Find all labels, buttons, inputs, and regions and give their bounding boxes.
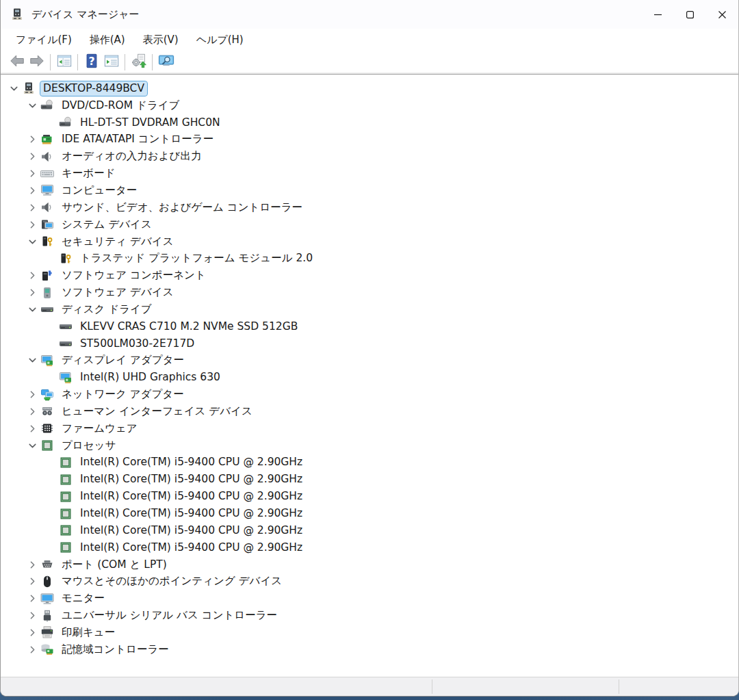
- chevron-right-icon[interactable]: [25, 133, 40, 146]
- chevron-right-icon[interactable]: [25, 575, 40, 588]
- chevron-right-icon[interactable]: [25, 422, 40, 435]
- chevron-right-icon[interactable]: [25, 200, 40, 214]
- tree-item[interactable]: ヒューマン インターフェイス デバイス: [1, 403, 738, 420]
- tree-item[interactable]: キーボード: [1, 165, 738, 182]
- tree-item[interactable]: ユニバーサル シリアル バス コントローラー: [1, 607, 738, 624]
- console-tree-icon: [56, 53, 73, 72]
- tree-item[interactable]: DESKTOP-8449BCV: [1, 80, 738, 97]
- network-adapter-icon: [40, 388, 54, 402]
- tree-item-label: DVD/CD-ROM ドライブ: [59, 99, 183, 113]
- chevron-right-icon[interactable]: [25, 286, 40, 300]
- tree-item[interactable]: Intel(R) Core(TM) i5-9400 CPU @ 2.90GHz: [1, 471, 738, 488]
- close-button[interactable]: [706, 0, 738, 29]
- minimize-button[interactable]: [642, 0, 674, 29]
- chevron-right-icon[interactable]: [25, 404, 40, 418]
- tree-item[interactable]: システム デバイス: [1, 216, 738, 233]
- tree-item[interactable]: プロセッサ: [1, 437, 738, 454]
- svg-text:?: ?: [88, 55, 94, 68]
- help-icon: ?: [83, 53, 100, 72]
- menu-item-view[interactable]: 表示(V): [134, 31, 187, 49]
- menu-item-help[interactable]: ヘルプ(H): [187, 31, 252, 49]
- properties-icon: [103, 53, 120, 72]
- tree-item[interactable]: DVD/CD-ROM ドライブ: [1, 97, 738, 114]
- tree-item[interactable]: ネットワーク アダプター: [1, 386, 738, 403]
- chevron-down-icon[interactable]: [25, 439, 40, 452]
- indent-spacer: [43, 337, 59, 350]
- tree-item-label: KLEVV CRAS C710 M.2 NVMe SSD 512GB: [77, 320, 300, 334]
- tree-item[interactable]: ST500LM030-2E717D: [1, 335, 738, 352]
- indent-spacer: [43, 490, 59, 504]
- storage-controller-icon: [40, 643, 54, 656]
- toolbar-separator: [125, 54, 125, 70]
- properties-button[interactable]: [101, 53, 121, 72]
- help-button[interactable]: ?: [81, 53, 101, 72]
- tree-item-label: プロセッサ: [59, 439, 118, 453]
- tree-item[interactable]: マウスとそのほかのポインティング デバイス: [1, 573, 738, 590]
- chevron-right-icon[interactable]: [25, 609, 40, 623]
- chevron-right-icon[interactable]: [25, 167, 40, 181]
- tree-item[interactable]: Intel(R) Core(TM) i5-9400 CPU @ 2.90GHz: [1, 505, 738, 522]
- tree-item[interactable]: ソフトウェア デバイス: [1, 284, 738, 301]
- chevron-down-icon[interactable]: [25, 354, 40, 367]
- indent-spacer: [43, 371, 59, 385]
- status-bar: [1, 677, 738, 696]
- software-component-icon: [40, 269, 54, 283]
- maximize-button[interactable]: [674, 0, 706, 29]
- sound-video-game-icon: [40, 200, 54, 214]
- print-queue-icon: [40, 625, 54, 639]
- tree-item[interactable]: ポート (COM と LPT): [1, 556, 738, 573]
- dvd-drive-icon: [59, 116, 73, 129]
- tree-item[interactable]: オーディオの入力および出力: [1, 148, 738, 165]
- keyboard-icon: [40, 167, 54, 181]
- chevron-right-icon[interactable]: [25, 388, 40, 402]
- back-button[interactable]: [7, 53, 27, 72]
- tree-item[interactable]: HL-DT-ST DVDRAM GHC0N: [1, 114, 738, 131]
- tree-item-label: トラステッド プラットフォーム モジュール 2.0: [77, 251, 315, 265]
- disk-drive-icon: [59, 320, 73, 333]
- chevron-down-icon[interactable]: [6, 81, 22, 95]
- tree-item[interactable]: Intel(R) Core(TM) i5-9400 CPU @ 2.90GHz: [1, 488, 738, 505]
- tree-item[interactable]: モニター: [1, 590, 738, 607]
- chevron-down-icon[interactable]: [25, 235, 40, 248]
- toolbar-separator: [50, 54, 51, 70]
- chevron-right-icon[interactable]: [25, 269, 40, 283]
- tree-item[interactable]: Intel(R) Core(TM) i5-9400 CPU @ 2.90GHz: [1, 522, 738, 539]
- tree-item[interactable]: ディスク ドライブ: [1, 301, 738, 318]
- tree-item[interactable]: ディスプレイ アダプター: [1, 352, 738, 370]
- indent-spacer: [43, 116, 59, 129]
- chevron-right-icon[interactable]: [25, 218, 40, 231]
- tree-item[interactable]: ソフトウェア コンポーネント: [1, 267, 738, 284]
- chevron-right-icon[interactable]: [25, 625, 40, 639]
- ports-icon: [40, 558, 54, 571]
- show-console-tree-button[interactable]: [54, 53, 74, 72]
- chevron-right-icon[interactable]: [25, 592, 40, 606]
- indent-spacer: [43, 252, 59, 265]
- update-driver-button[interactable]: [129, 53, 148, 72]
- processor-icon: [59, 456, 73, 469]
- processor-icon: [59, 473, 73, 487]
- chevron-right-icon[interactable]: [25, 183, 40, 197]
- toolbar: ?: [1, 51, 738, 75]
- menu-item-file[interactable]: ファイル(F): [7, 31, 81, 49]
- menu-item-action[interactable]: 操作(A): [81, 31, 134, 49]
- tree-item[interactable]: トラステッド プラットフォーム モジュール 2.0: [1, 250, 738, 267]
- tree-item[interactable]: コンピューター: [1, 182, 738, 199]
- tree-item[interactable]: Intel(R) Core(TM) i5-9400 CPU @ 2.90GHz: [1, 454, 738, 471]
- chevron-right-icon[interactable]: [25, 150, 40, 164]
- dvd-drive-icon: [40, 99, 54, 112]
- tree-item[interactable]: IDE ATA/ATAPI コントローラー: [1, 131, 738, 148]
- tree-item[interactable]: サウンド、ビデオ、およびゲーム コントローラー: [1, 199, 738, 216]
- chevron-down-icon[interactable]: [25, 302, 40, 316]
- chevron-right-icon[interactable]: [25, 558, 40, 571]
- chevron-right-icon[interactable]: [25, 643, 40, 656]
- tree-item[interactable]: ファームウェア: [1, 420, 738, 437]
- tree-item[interactable]: KLEVV CRAS C710 M.2 NVMe SSD 512GB: [1, 318, 738, 335]
- tree-item[interactable]: 印刷キュー: [1, 624, 738, 641]
- tree-item[interactable]: Intel(R) Core(TM) i5-9400 CPU @ 2.90GHz: [1, 539, 738, 556]
- chevron-down-icon[interactable]: [25, 99, 40, 112]
- scan-hardware-changes-button[interactable]: [156, 53, 176, 72]
- tree-item[interactable]: Intel(R) UHD Graphics 630: [1, 369, 738, 386]
- forward-button[interactable]: [27, 53, 47, 72]
- tree-item[interactable]: セキュリティ デバイス: [1, 233, 738, 250]
- tree-item[interactable]: 記憶域コントローラー: [1, 641, 738, 658]
